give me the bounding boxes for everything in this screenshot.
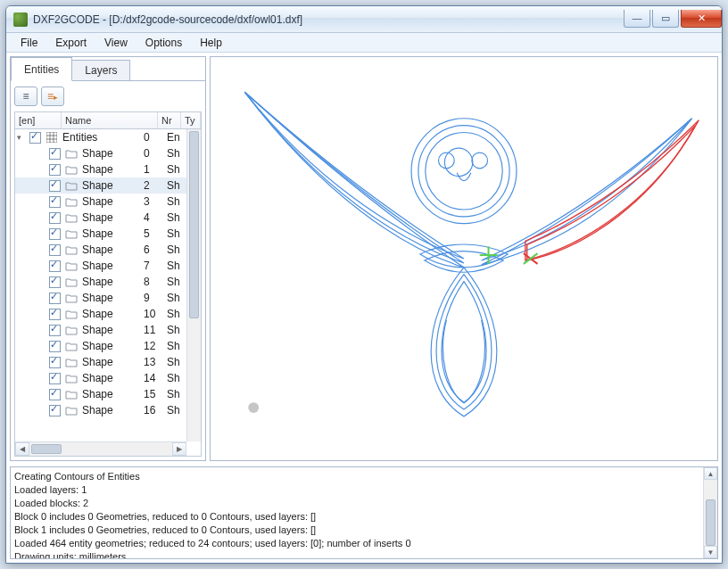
enable-checkbox[interactable] <box>49 405 61 416</box>
expand-arrow-icon[interactable]: ▾ <box>17 133 28 142</box>
log-panel[interactable]: Creating Contours of Entities Loaded lay… <box>10 466 718 559</box>
enable-checkbox[interactable] <box>49 228 61 240</box>
row-ty: Sh <box>167 356 186 368</box>
enable-checkbox[interactable] <box>49 341 61 352</box>
log-scroll-up[interactable]: ▲ <box>704 467 717 480</box>
enable-checkbox[interactable] <box>49 164 61 176</box>
tab-layers[interactable]: Layers <box>71 60 130 80</box>
row-name: Shape <box>82 147 144 160</box>
tab-entities[interactable]: Entities <box>11 57 72 81</box>
row-nr: 12 <box>144 340 167 352</box>
owl-drawing <box>211 57 717 460</box>
row-nr: 16 <box>144 404 167 416</box>
hscroll-left-arrow[interactable]: ◀ <box>15 442 29 456</box>
row-name: Shape <box>82 324 144 336</box>
collapse-all-button[interactable]: ≡ <box>14 87 37 106</box>
tree-row-shape[interactable]: Shape7Sh <box>15 258 186 274</box>
tree-row-entities[interactable]: ▾Entities0En <box>15 129 186 145</box>
hscroll-right-arrow[interactable]: ▶ <box>172 442 186 456</box>
expand-all-button[interactable]: ≡▸ <box>41 87 64 106</box>
enable-checkbox[interactable] <box>49 276 61 288</box>
tree-vscroll-thumb[interactable] <box>189 131 199 318</box>
tree-row-shape[interactable]: Shape0Sh <box>15 145 186 161</box>
col-enabled[interactable]: [en] <box>15 112 62 128</box>
tree-row-shape[interactable]: Shape3Sh <box>15 194 186 210</box>
log-scroll-thumb[interactable] <box>706 499 716 546</box>
tree-vscrollbar[interactable] <box>186 129 201 441</box>
lines-arrow-icon: ≡▸ <box>47 90 58 103</box>
grid-icon <box>45 131 59 144</box>
log-vscrollbar[interactable]: ▲ ▼ <box>703 467 717 558</box>
row-name: Shape <box>82 227 144 240</box>
tree-row-shape[interactable]: Shape2Sh <box>15 177 186 194</box>
enable-checkbox[interactable] <box>49 357 61 368</box>
maximize-button[interactable]: ▭ <box>652 10 679 28</box>
enable-checkbox[interactable] <box>49 293 61 304</box>
tree-row-shape[interactable]: Shape16Sh <box>15 402 186 418</box>
folder-icon <box>64 195 79 208</box>
row-name: Shape <box>82 404 144 416</box>
enable-checkbox[interactable] <box>49 325 61 336</box>
row-ty: Sh <box>167 195 186 208</box>
tree-row-shape[interactable]: Shape15Sh <box>15 386 186 402</box>
window-title: DXF2GCODE - [D:/dxf2gcode-sourcecode/dxf… <box>33 13 622 26</box>
folder-icon <box>64 243 79 256</box>
hscroll-thumb[interactable] <box>31 444 62 454</box>
row-nr: 13 <box>144 356 167 368</box>
enable-checkbox[interactable] <box>49 180 61 192</box>
menu-file[interactable]: File <box>12 33 46 52</box>
tree-row-shape[interactable]: Shape5Sh <box>15 226 186 242</box>
row-name: Shape <box>82 163 144 176</box>
folder-icon <box>64 147 79 160</box>
folder-icon <box>64 211 79 224</box>
tree-row-shape[interactable]: Shape11Sh <box>15 322 186 338</box>
col-nr[interactable]: Nr <box>158 112 181 128</box>
enable-checkbox[interactable] <box>49 212 61 224</box>
enable-checkbox[interactable] <box>49 389 61 400</box>
row-name: Shape <box>82 340 144 352</box>
tree-row-shape[interactable]: Shape9Sh <box>15 290 186 306</box>
tree-row-shape[interactable]: Shape14Sh <box>15 370 186 386</box>
enable-checkbox[interactable] <box>49 260 61 272</box>
folder-icon <box>64 179 79 192</box>
menu-options[interactable]: Options <box>136 33 191 52</box>
enable-checkbox[interactable] <box>29 132 41 144</box>
drawing-canvas[interactable] <box>210 56 718 461</box>
row-nr: 14 <box>144 372 167 384</box>
row-name: Shape <box>82 260 144 272</box>
row-ty: Sh <box>167 308 186 320</box>
menu-help[interactable]: Help <box>191 33 231 52</box>
menu-export[interactable]: Export <box>46 33 95 52</box>
log-scroll-down[interactable]: ▼ <box>704 546 717 558</box>
tree-rows[interactable]: ▾Entities0EnShape0ShShape1ShShape2ShShap… <box>15 129 186 441</box>
row-nr: 10 <box>144 308 167 320</box>
row-ty: Sh <box>167 372 186 384</box>
tree-row-shape[interactable]: Shape8Sh <box>15 274 186 290</box>
close-button[interactable]: ✕ <box>681 10 722 28</box>
tree-row-shape[interactable]: Shape10Sh <box>15 306 186 322</box>
folder-icon <box>64 340 79 352</box>
folder-icon <box>64 372 79 384</box>
row-name: Shape <box>82 292 144 304</box>
tree-row-shape[interactable]: Shape1Sh <box>15 161 186 177</box>
enable-checkbox[interactable] <box>49 309 61 320</box>
menu-view[interactable]: View <box>95 33 136 52</box>
tree-row-shape[interactable]: Shape4Sh <box>15 210 186 226</box>
col-name[interactable]: Name <box>62 112 158 128</box>
row-ty: Sh <box>167 340 186 352</box>
tree-row-shape[interactable]: Shape12Sh <box>15 338 186 354</box>
enable-checkbox[interactable] <box>49 244 61 256</box>
enable-checkbox[interactable] <box>49 196 61 208</box>
row-nr: 0 <box>144 131 167 144</box>
tree-hscrollbar[interactable]: ◀ ▶ <box>15 441 186 456</box>
minimize-button[interactable]: — <box>624 10 650 28</box>
folder-icon <box>64 324 79 336</box>
folder-icon <box>64 276 79 288</box>
enable-checkbox[interactable] <box>49 373 61 384</box>
col-ty[interactable]: Ty <box>181 112 201 128</box>
hscroll-track[interactable] <box>29 442 172 456</box>
row-nr: 5 <box>144 227 167 240</box>
enable-checkbox[interactable] <box>49 148 61 160</box>
tree-row-shape[interactable]: Shape6Sh <box>15 242 186 258</box>
tree-row-shape[interactable]: Shape13Sh <box>15 354 186 370</box>
